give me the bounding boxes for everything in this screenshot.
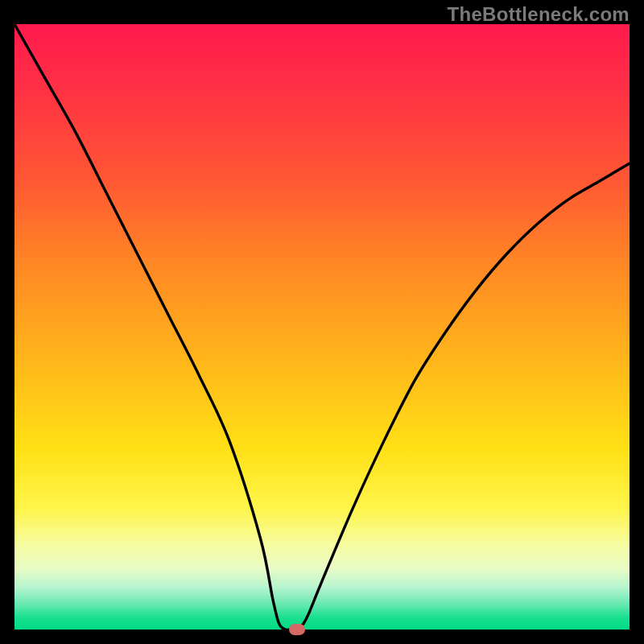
optimal-point-marker — [289, 624, 305, 635]
gradient-plot-area — [14, 24, 630, 630]
watermark-text: TheBottleneck.com — [448, 3, 630, 26]
bottleneck-curve — [14, 24, 630, 630]
chart-frame: TheBottleneck.com — [0, 0, 644, 644]
